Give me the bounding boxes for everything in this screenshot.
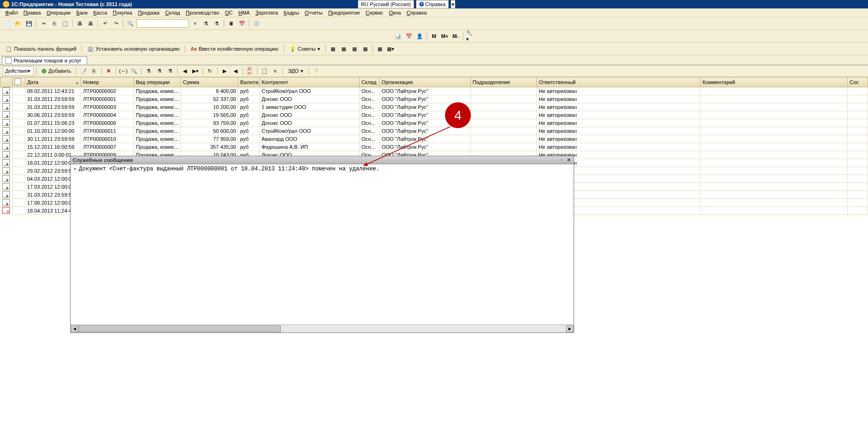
nav-next-icon[interactable]: ▶▾ (191, 66, 200, 76)
menu-нма[interactable]: НМА (236, 9, 252, 16)
dropdown-button[interactable]: ▾ (451, 0, 455, 8)
calc-icon[interactable]: 🖩 (226, 19, 236, 28)
column-header[interactable]: Контрагент (259, 77, 359, 87)
calendar2-icon[interactable]: 📅 (404, 31, 414, 41)
menu-банк[interactable]: Банк (74, 9, 90, 16)
menu-касса[interactable]: Касса (91, 9, 110, 16)
menu-производство[interactable]: Производство (183, 9, 222, 16)
tools-icon[interactable]: 🔧▾ (466, 31, 475, 41)
column-header[interactable]: Сос (847, 77, 868, 87)
language-button[interactable]: RU Русский (Россия) (358, 0, 414, 8)
menu-склад[interactable]: Склад (163, 9, 182, 16)
tab-sales[interactable]: Реализации товаров и услуг (2, 56, 87, 64)
advice-button[interactable]: 💡 Советы ▾ (287, 44, 323, 54)
grid3-icon[interactable]: ▦ (350, 44, 359, 54)
horizontal-scrollbar[interactable]: ◀ ▶ (71, 324, 574, 332)
unpost-icon[interactable]: ◀ (231, 66, 240, 76)
menu-зарплата[interactable]: Зарплата (253, 9, 280, 16)
print-icon[interactable]: 🖶 (75, 19, 84, 28)
column-header[interactable] (0, 77, 13, 87)
paste-icon[interactable]: 📋 (60, 19, 70, 28)
m-btn[interactable]: M (430, 31, 439, 41)
delete-mark-icon[interactable]: ✖ (104, 66, 113, 76)
menu-справка[interactable]: Справка (404, 9, 429, 16)
m-minus-btn[interactable]: M- (451, 31, 460, 41)
column-header[interactable]: Подразделение (470, 77, 536, 87)
messages-body[interactable]: ▸Документ <Счет-фактура выданный ЛТР0000… (71, 164, 574, 173)
column-header[interactable]: Склад (359, 77, 379, 87)
new-icon[interactable]: 📄 (3, 19, 12, 28)
set-main-org-button[interactable]: 🏢 Установить основную организацию (84, 44, 183, 54)
table-row[interactable]: 08.02.2011 12:43:21ЛТР00000002Продажа, к… (0, 87, 868, 95)
menu-ос[interactable]: ОС (223, 9, 235, 16)
redo-icon[interactable]: ↷ (111, 19, 121, 28)
column-header[interactable]: Сумма (181, 77, 238, 87)
list-icon[interactable]: ≡ (271, 66, 280, 76)
save-icon[interactable]: 💾 (24, 19, 34, 28)
column-header[interactable]: Ответственный (536, 77, 700, 87)
menu-файл[interactable]: Файл (3, 9, 20, 16)
enter-operation-button[interactable]: Ак Ввести хозяйственную операцию (188, 44, 281, 54)
table-row[interactable]: 31.03.2011 23:59:59ЛТР00000003Продажа, к… (0, 103, 868, 111)
column-header[interactable] (13, 77, 25, 87)
add-button[interactable]: ⊕Добавить (39, 67, 74, 75)
copy-doc-icon[interactable]: ⎘ (90, 66, 99, 76)
scroll-left-icon[interactable]: ◀ (71, 325, 78, 332)
cut-icon[interactable]: ✂ (39, 19, 48, 28)
filter2-icon[interactable]: ⚗ (212, 19, 221, 28)
search-input[interactable] (136, 19, 189, 28)
scroll-thumb[interactable] (78, 325, 281, 332)
grid1-icon[interactable]: ▦ (328, 44, 338, 54)
column-header[interactable]: Комментарий (701, 77, 848, 87)
menu-операции[interactable]: Операции (44, 9, 73, 16)
messages-titlebar[interactable]: Служебные сообщения ▫ ✕ (71, 156, 574, 164)
m-plus-btn[interactable]: M+ (440, 31, 450, 41)
edo-button[interactable]: ЭДО ▾ (285, 66, 307, 76)
chart-icon[interactable]: 📊 (393, 31, 403, 41)
grid2-icon[interactable]: ▦ (339, 44, 348, 54)
clear-icon[interactable]: × (190, 19, 200, 28)
print-preview-icon[interactable]: 🖶 (86, 19, 95, 28)
show-function-panel-button[interactable]: 📋 Показать панель функций (3, 44, 79, 54)
filter-icon[interactable]: ⚗ (201, 19, 211, 28)
user-icon[interactable]: 👤 (415, 31, 424, 41)
refresh-icon[interactable]: ↻ (205, 66, 215, 76)
nav-prev-icon[interactable]: ◀ (180, 66, 189, 76)
period-icon[interactable]: (↔) (119, 66, 128, 76)
table-row[interactable]: 30.06.2011 23:59:59ЛТР00000004Продажа, к… (0, 111, 868, 119)
menu-покупка[interactable]: Покупка (111, 9, 135, 16)
info-icon[interactable]: ⓘ (252, 19, 261, 28)
menu-продажа[interactable]: Продажа (136, 9, 162, 16)
scroll-right-icon[interactable]: ▶ (566, 325, 574, 332)
find-icon[interactable]: 🔍 (129, 66, 139, 76)
calendar-icon[interactable]: 📅 (237, 19, 247, 28)
filter1-icon[interactable]: ⚗ (144, 66, 153, 76)
menu-окна[interactable]: Окна (386, 9, 403, 16)
column-header[interactable]: Вид операции (134, 77, 181, 87)
undo-icon[interactable]: ↶ (100, 19, 110, 28)
minimize-icon[interactable]: ▫ (559, 157, 564, 163)
open-icon[interactable]: 📂 (14, 19, 23, 28)
post-icon[interactable]: ▶ (220, 66, 229, 76)
grid5-icon[interactable]: ▦ (375, 44, 385, 54)
close-icon[interactable]: ✕ (566, 157, 572, 163)
filter-off-icon[interactable]: ⚗ (166, 66, 175, 76)
help2-icon[interactable]: ? (311, 66, 321, 76)
help-button[interactable]: ?Справка (416, 0, 449, 8)
report-icon[interactable]: 📋 (260, 66, 269, 76)
filter2-icon[interactable]: ⚗ (155, 66, 164, 76)
actions-button[interactable]: Действия ▾ (3, 66, 34, 76)
grid6-icon[interactable]: ▦▾ (386, 44, 395, 54)
column-header[interactable]: Валюта (238, 77, 259, 87)
table-row[interactable]: 31.03.2011 23:59:59ЛТР00000001Продажа, к… (0, 95, 868, 103)
column-header[interactable]: Организация (379, 77, 470, 87)
dt-kt-icon[interactable]: ДтКт (245, 66, 255, 76)
grid4-icon[interactable]: ▦ (361, 44, 370, 54)
menu-отчеты[interactable]: Отчеты (302, 9, 325, 16)
search-icon[interactable]: 🔍 (126, 19, 135, 28)
edit-icon[interactable]: 📝 (79, 66, 88, 76)
menu-кадры[interactable]: Кадры (281, 9, 302, 16)
copy-icon[interactable]: ⎘ (50, 19, 59, 28)
column-header[interactable]: Дата ▴ (25, 77, 81, 87)
menu-сервис[interactable]: Сервис (363, 9, 386, 16)
